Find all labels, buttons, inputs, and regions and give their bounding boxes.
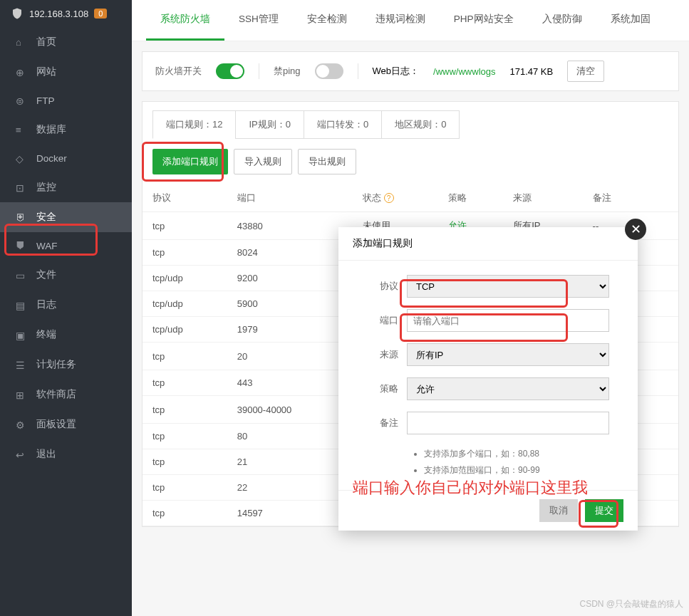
sidebar-item-14[interactable]: ↩退出: [0, 439, 132, 469]
sidebar-item-2[interactable]: ⊜FTP: [0, 87, 132, 115]
tab-5[interactable]: 入侵防御: [528, 0, 596, 41]
dialog-title: 添加端口规则: [338, 227, 638, 261]
cell-port: 43880: [227, 212, 353, 240]
tab-3[interactable]: 违规词检测: [361, 0, 440, 41]
sidebar-item-10[interactable]: ▣终端: [0, 320, 132, 350]
hint-item: 支持添加多个端口，如：80,88: [424, 446, 609, 462]
cell-port: 443: [227, 370, 353, 396]
weblog-path-link[interactable]: /www/wwwlogs: [433, 66, 495, 77]
remark-input[interactable]: [407, 412, 609, 434]
protocol-select[interactable]: TCP: [407, 275, 609, 298]
watermark: CSDN @只会敲键盘的猿人: [579, 598, 683, 610]
cell-port: 14597: [227, 501, 353, 526]
cancel-button[interactable]: 取消: [539, 499, 578, 522]
close-icon[interactable]: ✕: [625, 219, 646, 240]
sidebar-item-label: 安全: [36, 211, 56, 224]
sidebar-item-label: 计划任务: [36, 358, 76, 371]
nav-icon: ☰: [16, 360, 26, 370]
nav-icon: ⊕: [16, 67, 26, 78]
nav-icon: ⚙: [16, 419, 26, 430]
sidebar-item-6[interactable]: ⛨安全: [0, 202, 132, 232]
cell-proto: tcp: [143, 449, 227, 475]
import-rules-button[interactable]: 导入规则: [234, 149, 292, 174]
tab-6[interactable]: 系统加固: [596, 0, 665, 41]
cell-proto: tcp/udp: [143, 317, 227, 343]
tab-2[interactable]: 安全检测: [293, 0, 361, 41]
sidebar-item-9[interactable]: ▤日志: [0, 290, 132, 320]
nav-icon: ⛊: [16, 241, 26, 251]
source-select[interactable]: 所有IP: [407, 343, 609, 366]
weblog-size: 171.47 KB: [509, 66, 553, 77]
sidebar-item-1[interactable]: ⊕网站: [0, 57, 132, 87]
clear-log-button[interactable]: 清空: [567, 61, 604, 82]
source-label: 来源: [367, 348, 407, 361]
sidebar-item-label: 终端: [36, 328, 56, 341]
cell-port: 20: [227, 343, 353, 370]
add-port-rule-button[interactable]: 添加端口规则: [152, 149, 228, 174]
cell-proto: tcp: [143, 212, 227, 240]
sidebar-item-12[interactable]: ⊞软件商店: [0, 380, 132, 409]
subtab-3[interactable]: 地区规则：0: [381, 110, 460, 139]
nav-icon: ↩: [16, 449, 26, 460]
ping-switch[interactable]: [315, 63, 343, 79]
sidebar-item-7[interactable]: ⛊WAF: [0, 232, 132, 260]
firewall-switch[interactable]: [216, 63, 244, 79]
sidebar-item-11[interactable]: ☰计划任务: [0, 350, 132, 380]
col-port: 端口: [227, 184, 353, 212]
tab-1[interactable]: SSH管理: [224, 0, 293, 41]
shield-icon: [11, 7, 24, 20]
col-policy: 策略: [438, 184, 503, 212]
firewall-switch-label: 防火墙开关: [155, 65, 202, 78]
cell-port: 5900: [227, 291, 353, 317]
cell-proto: tcp: [143, 424, 227, 449]
weblog-label: Web日志：: [373, 65, 420, 78]
policy-label: 策略: [367, 382, 407, 395]
sidebar-item-5[interactable]: ⊡监控: [0, 172, 132, 202]
top-tabs: 系统防火墙SSH管理安全检测违规词检测PHP网站安全入侵防御系统加固: [132, 0, 689, 41]
sidebar-item-4[interactable]: ◇Docker: [0, 145, 132, 172]
nav-icon: ⊡: [16, 182, 26, 193]
sidebar-item-3[interactable]: ≡数据库: [0, 115, 132, 145]
nav-icon: ◇: [16, 153, 26, 164]
cell-proto: tcp: [143, 475, 227, 501]
proto-label: 协议: [367, 280, 407, 293]
toolbar: 防火墙开关 禁ping Web日志： /www/wwwlogs 171.47 K…: [142, 51, 679, 91]
col-remark: 备注: [583, 184, 678, 212]
policy-select[interactable]: 允许: [407, 377, 609, 400]
sidebar-item-label: 监控: [36, 181, 56, 194]
sidebar-item-label: 文件: [36, 268, 56, 281]
sidebar-item-8[interactable]: ▭文件: [0, 260, 132, 290]
subtab-1[interactable]: IP规则：0: [235, 110, 304, 139]
export-rules-button[interactable]: 导出规则: [298, 149, 356, 174]
tab-4[interactable]: PHP网站安全: [440, 0, 528, 41]
submit-button[interactable]: 提交: [585, 499, 623, 522]
annotation-text: 端口输入你自己的对外端口这里我: [353, 477, 588, 498]
sidebar-item-label: 面板设置: [36, 418, 76, 431]
col-proto: 协议: [143, 184, 227, 212]
brand-ip: 192.168.3.108: [29, 9, 88, 19]
cell-port: 39000-40000: [227, 396, 353, 424]
cell-port: 8024: [227, 240, 353, 266]
cell-port: 9200: [227, 266, 353, 291]
hint-item: 支持添加范围端口，如：90-99: [424, 462, 609, 479]
sidebar-item-label: 日志: [36, 298, 56, 311]
divider: [358, 63, 358, 79]
nav-icon: ▤: [16, 300, 26, 310]
sidebar-item-label: 数据库: [36, 123, 66, 136]
ping-label: 禁ping: [274, 65, 301, 78]
notification-badge[interactable]: 0: [94, 9, 107, 19]
port-input[interactable]: [407, 309, 609, 332]
sidebar-item-label: 首页: [36, 36, 56, 48]
port-label: 端口: [367, 314, 407, 327]
divider: [259, 63, 259, 79]
sidebar-item-label: 软件商店: [36, 388, 76, 401]
sidebar-item-0[interactable]: ⌂首页: [0, 27, 132, 57]
tab-0[interactable]: 系统防火墙: [146, 0, 224, 41]
sidebar-item-label: 网站: [36, 66, 56, 78]
help-icon[interactable]: ?: [384, 193, 394, 203]
sidebar-item-13[interactable]: ⚙面板设置: [0, 409, 132, 439]
subtab-0[interactable]: 端口规则：12: [152, 110, 236, 139]
subtab-2[interactable]: 端口转发：0: [304, 110, 382, 139]
sidebar-item-label: 退出: [36, 448, 56, 461]
cell-proto: tcp: [143, 501, 227, 526]
